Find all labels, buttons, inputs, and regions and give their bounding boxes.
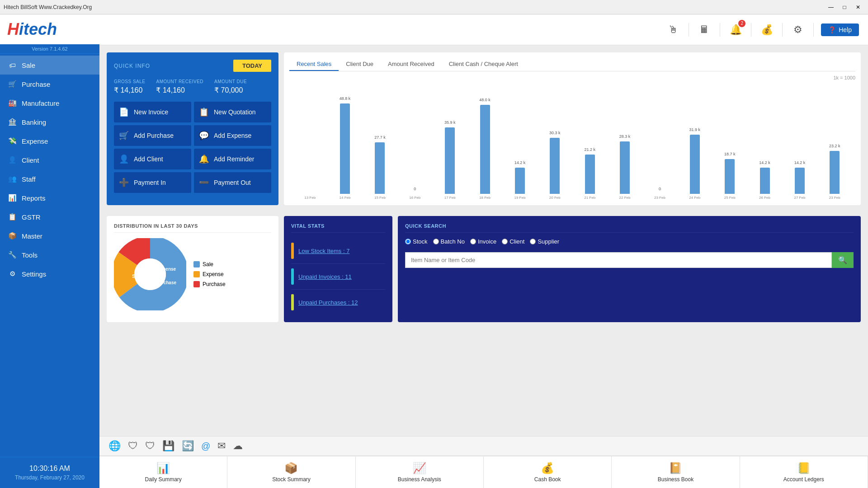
today-button[interactable]: TODAY xyxy=(233,60,271,72)
chart-bar: 48.8 k xyxy=(340,103,350,194)
quick-info-title: QUICK INFO xyxy=(114,63,150,69)
unpaid-invoices-indicator xyxy=(291,268,294,285)
close-button[interactable]: ✕ xyxy=(852,3,864,12)
chart-bar: 18.7 k xyxy=(725,159,735,194)
radio-stock[interactable]: Stock xyxy=(405,238,428,245)
refresh-status-icon[interactable]: 🔄 xyxy=(182,440,194,452)
add-purchase-button[interactable]: 🛒 Add Purchase xyxy=(114,125,191,146)
sidebar-item-tools[interactable]: 🔧 Tools xyxy=(0,245,99,264)
bar-value-label: 28.3 k xyxy=(619,134,631,139)
sidebar-item-manufacture[interactable]: 🏭 Manufacture xyxy=(0,94,99,113)
divider-5 xyxy=(813,23,814,37)
bar-date-label: 23 Feb xyxy=(654,196,665,200)
radio-client[interactable]: Client xyxy=(502,238,524,245)
divider-2 xyxy=(720,23,720,37)
settings-header-icon[interactable]: ⚙ xyxy=(790,22,806,38)
minimize-button[interactable]: — xyxy=(825,3,837,12)
email-at-icon[interactable]: @ xyxy=(201,441,210,451)
sidebar-item-sale[interactable]: 🏷 Sale xyxy=(0,56,99,75)
purchase-icon: 🛒 xyxy=(7,79,17,89)
radio-invoice-input[interactable] xyxy=(470,239,476,244)
payment-in-button[interactable]: ➕ Payment In xyxy=(114,172,191,193)
maximize-button[interactable]: □ xyxy=(838,3,851,12)
radio-supplier[interactable]: Supplier xyxy=(530,238,559,245)
sidebar-item-label-reports: Reports xyxy=(22,194,46,202)
money-icon[interactable]: 💰 xyxy=(759,22,775,38)
low-stock-link[interactable]: Low Stock Items : 7 xyxy=(298,248,349,254)
stat-gross-sale: GROSS SALE ₹ 14,160 xyxy=(114,79,145,94)
unpaid-purchases-link[interactable]: Unpaid Purchases : 12 xyxy=(298,299,358,306)
master-icon: 📦 xyxy=(7,231,17,241)
help-button[interactable]: ❓ Help xyxy=(821,23,859,36)
legend-dot-expense xyxy=(193,271,200,277)
radio-supplier-input[interactable] xyxy=(530,239,536,244)
cloud-status-icon[interactable]: ☁ xyxy=(233,440,243,452)
help-icon: ❓ xyxy=(828,26,836,33)
sidebar-item-master[interactable]: 📦 Master xyxy=(0,226,99,245)
unpaid-invoices-link[interactable]: Unpaid Invoices : 11 xyxy=(298,273,352,280)
sidebar-item-expense[interactable]: 💸 Expense xyxy=(0,131,99,150)
chart-bar: 14.2 k xyxy=(515,168,525,194)
notification-icon[interactable]: 🔔 2 xyxy=(727,22,744,38)
legend-label-purchase: Purchase xyxy=(203,281,226,287)
sidebar-item-purchase[interactable]: 🛒 Purchase xyxy=(0,75,99,94)
quick-search-title: QUICK SEARCH xyxy=(405,223,854,233)
bar-group: 016 Feb xyxy=(398,91,432,200)
banking-icon: 🏦 xyxy=(7,117,17,127)
statusbar: 🌐 🛡 🛡 💾 🔄 @ ✉ ☁ xyxy=(99,436,868,455)
add-client-button[interactable]: 👤 Add Client xyxy=(114,149,191,169)
sidebar-item-gstr[interactable]: 📋 GSTR xyxy=(0,207,99,226)
pie-label-expense: Expense xyxy=(157,267,176,272)
tab-recent-sales[interactable]: Recent Sales xyxy=(289,58,339,71)
bar-date-label: 24 Feb xyxy=(689,196,700,200)
database-status-icon[interactable]: 💾 xyxy=(162,440,175,452)
add-reminder-button[interactable]: 🔔 Add Reminder xyxy=(194,149,271,169)
shield2-status-icon[interactable]: 🛡 xyxy=(145,440,155,452)
radio-client-input[interactable] xyxy=(502,239,508,244)
calculator-icon[interactable]: 🖩 xyxy=(696,22,712,38)
bottom-nav-business-book[interactable]: 📔 Business Book xyxy=(612,456,740,488)
sidebar-item-banking[interactable]: 🏦 Banking xyxy=(0,113,99,131)
bar-date-label: 20 Feb xyxy=(549,196,561,200)
content-area: QUICK INFO TODAY GROSS SALE ₹ 14,160 AMO… xyxy=(99,45,868,436)
add-expense-button[interactable]: 💬 Add Expense xyxy=(194,125,271,146)
sidebar-item-settings[interactable]: ⚙ Settings xyxy=(0,264,99,283)
shield-status-icon[interactable]: 🛡 xyxy=(128,440,138,452)
radio-invoice[interactable]: Invoice xyxy=(470,238,496,245)
distribution-title: DISTRIBUTION IN LAST 30 DAYS xyxy=(114,223,271,233)
bar-value-label: 14.2 k xyxy=(794,160,806,165)
radio-batch[interactable]: Batch No xyxy=(433,238,465,245)
bottom-nav-cash-book[interactable]: 💰 Cash Book xyxy=(484,456,612,488)
bar-group: 48.8 k14 Feb xyxy=(328,91,362,200)
search-button[interactable]: 🔍 xyxy=(832,252,854,268)
chart-bar: 14.2 k xyxy=(795,168,805,194)
bottom-nav-daily-summary[interactable]: 📊 Daily Summary xyxy=(99,456,227,488)
search-input[interactable] xyxy=(405,252,832,268)
bottom-nav-stock-summary[interactable]: 📦 Stock Summary xyxy=(227,456,355,488)
tab-cheque-alert[interactable]: Client Cash / Cheque Alert xyxy=(442,58,525,71)
sidebar-item-client[interactable]: 👤 Client xyxy=(0,150,99,169)
sidebar-item-reports[interactable]: 📊 Reports xyxy=(0,188,99,207)
radio-stock-input[interactable] xyxy=(405,239,411,244)
bar-date-label: 18 Feb xyxy=(479,196,491,200)
expense-icon: 💸 xyxy=(7,136,17,146)
sidebar-footer: 10:30:16 AM Thursday, February 27, 2020 xyxy=(0,457,99,488)
web-status-icon[interactable]: 🌐 xyxy=(108,440,121,452)
new-invoice-button[interactable]: 📄 New Invoice xyxy=(114,102,191,122)
divider-4 xyxy=(782,23,783,37)
sidebar-item-staff[interactable]: 👥 Staff xyxy=(0,169,99,188)
mail-status-icon[interactable]: ✉ xyxy=(217,440,226,452)
mouse-icon[interactable]: 🖱 xyxy=(665,22,681,38)
tab-client-due[interactable]: Client Due xyxy=(339,58,381,71)
new-quotation-button[interactable]: 📋 New Quotation xyxy=(194,102,271,122)
chart-bar: 48.0 k xyxy=(480,105,490,194)
sidebar-item-label-sale: Sale xyxy=(22,61,35,69)
tab-amount-received[interactable]: Amount Received xyxy=(381,58,442,71)
chart-bar: 35.9 k xyxy=(445,127,455,194)
bottom-nav-account-ledgers[interactable]: 📒 Account Ledgers xyxy=(740,456,868,488)
bottom-nav-business-analysis[interactable]: 📈 Business Analysis xyxy=(356,456,484,488)
payment-out-button[interactable]: ➖ Payment Out xyxy=(194,172,271,193)
radio-batch-input[interactable] xyxy=(433,239,439,244)
add-expense-label: Add Expense xyxy=(214,132,251,139)
sidebar-item-label-tools: Tools xyxy=(22,251,38,259)
